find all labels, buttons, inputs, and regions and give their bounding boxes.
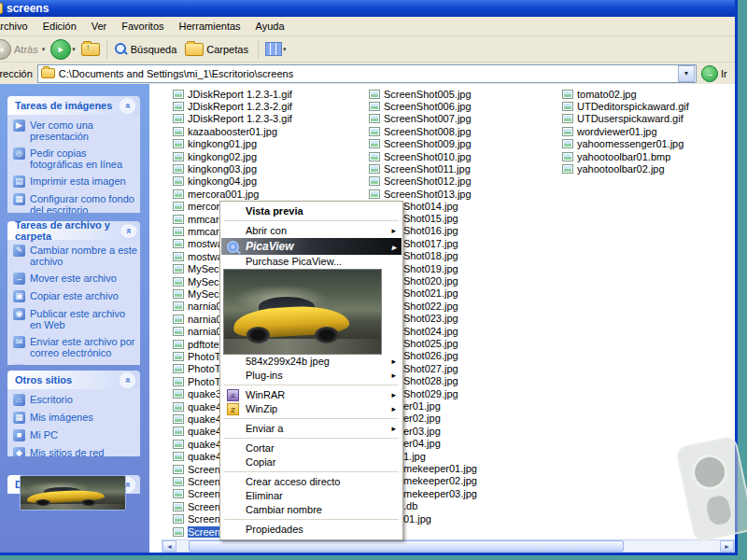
image-file-icon [562,127,573,136]
context-menu-item[interactable]: Plug-ins▸ [221,369,402,383]
file-item[interactable]: wordviewer01.jpg [562,125,657,137]
context-menu-item[interactable]: Enviar a▸ [221,422,402,436]
file-item[interactable]: ScreenShot008.jpg [369,125,472,137]
sidebar-section-header[interactable]: Otros sitios» [7,371,140,389]
forward-button[interactable]: ► ▾ [48,38,78,61]
image-file-icon [173,239,184,248]
sidebar-item[interactable]: ⌂Escritorio [13,394,138,406]
sidebar-item[interactable]: ▦Mis imágenes [13,412,138,424]
file-item[interactable]: yahootoolbar02.jpg [562,162,665,175]
file-name-partial: Shot016.jpg [403,225,458,237]
menubar-item-4[interactable]: Herramientas [172,19,248,34]
file-item[interactable]: kingkong04.jpg [173,175,257,188]
sidebar-section-header[interactable]: Tareas de imágenes» [7,96,140,115]
image-file-icon [173,202,184,211]
file-name-partial: Shot023.jpg [403,313,458,325]
address-path: C:\Documents and Settings\mi_1\Escritori… [59,68,678,79]
context-menu-item[interactable]: Cambiar nombre [221,503,402,517]
menubar-item-3[interactable]: Favoritos [114,19,171,34]
sidebar-item[interactable]: ▶Ver como una presentación [13,119,138,142]
image-file-icon [562,114,573,123]
menubar-item-1[interactable]: Edición [35,19,84,34]
file-item[interactable]: ScreenShot011.jpg [369,162,471,175]
sidebar-item[interactable]: ✎Cambiar nombre a este archivo [13,245,138,267]
sidebar-item[interactable]: ▤Imprimir esta imagen [13,175,138,188]
horizontal-scrollbar[interactable]: ◄ ► [162,539,735,553]
context-menu-item[interactable]: Eliminar [221,489,402,503]
file-item[interactable]: ScreenShot007.jpg [369,113,472,125]
file-item[interactable]: JDiskReport 1.2.3-3.gif [173,113,292,125]
file-item[interactable]: ScreenShot006.jpg [369,100,472,112]
sidebar-item[interactable]: ◆Mis sitios de red [13,447,138,456]
sidebar-item[interactable]: ◉Publicar este archivo en Web [13,308,138,330]
file-item[interactable]: JDiskReport 1.2.3-1.gif [173,88,292,100]
context-menu-item[interactable]: ≡WinRAR▸ [221,388,402,402]
file-item[interactable]: yahootoolbar01.bmp [562,150,670,162]
go-button[interactable]: → Ir [701,65,733,82]
menubar-item-2[interactable]: Ver [84,19,115,34]
file-item[interactable]: mercora001.jpg [173,188,259,200]
scroll-right-button[interactable]: ► [720,540,734,552]
file-item[interactable]: JDiskReport 1.2.3-2.gif [173,100,292,112]
file-name: UTDuserspickaward.gif [577,113,684,124]
sidebar-item[interactable]: ×Eliminar este archivo [13,364,138,365]
file-item[interactable]: ScreenShot009.jpg [369,138,472,150]
context-menu-item[interactable]: Copiar [221,455,402,469]
image-file-icon [562,102,573,111]
winzip-icon: Z [227,403,239,415]
file-item[interactable]: yahoomessenger01.jpg [562,138,684,150]
sidebar-item[interactable]: →Mover este archivo [13,273,138,285]
file-item[interactable]: kingkong01.jpg [173,138,257,150]
context-menu-item[interactable]: Abrir con▸ [221,224,402,238]
file-name-partial: .db [403,500,417,512]
file-name: yahootoolbar02.jpg [577,163,665,175]
image-file-icon [173,414,184,424]
back-button[interactable]: ◄ Atrás ▾ [0,38,48,61]
sidebar-section-header[interactable]: Tareas de archivo y carpeta» [7,221,140,240]
sidebar-item[interactable]: ✉Enviar este archivo por correo electrón… [13,336,138,358]
file-item[interactable]: ScreenShot010.jpg [369,150,472,162]
context-menu-item[interactable]: 584x299x24b jpeg▸ [221,355,402,369]
sidebar-item[interactable]: ■Mi PC [13,429,138,441]
scrollbar-thumb[interactable] [189,540,624,552]
sidebar-item[interactable]: ◎Pedir copias fotográficas en línea [13,147,138,170]
sidebar-item[interactable]: ▦Configurar como fondo del escritorio [13,193,138,213]
file-item[interactable]: UTDeditorspickaward.gif [562,100,689,112]
scrollbar-track[interactable] [176,540,720,552]
file-item[interactable]: kazaabooster01.jpg [173,125,277,137]
search-button[interactable]: Búsqueda [111,41,183,57]
views-button[interactable]: ▾ [262,41,289,57]
context-menu-item[interactable]: Vista previa [221,204,402,218]
chevron-up-icon[interactable]: » [120,98,135,114]
address-dropdown-button[interactable]: ▼ [678,65,695,82]
chevron-up-icon[interactable]: » [121,224,137,237]
menubar-item-5[interactable]: Ayuda [248,19,292,34]
context-menu-item[interactable]: Cortar [221,441,402,455]
titlebar[interactable]: screens [0,0,735,17]
sidebar-item-label: Mis sitios de red [30,447,104,456]
up-button[interactable]: ↑ [78,42,103,57]
menubar-item-0[interactable]: Archivo [0,19,35,34]
sidebar-item[interactable]: ▣Copiar este archivo [13,290,138,302]
file-item[interactable]: ScreenShot012.jpg [369,175,472,188]
context-menu-item[interactable]: ZWinZip▸ [221,402,402,416]
menu-item-label: Plug-ins [246,370,283,381]
context-menu-item[interactable]: Purchase PicaView... [221,255,402,269]
scroll-left-button[interactable]: ◄ [162,540,176,552]
file-item[interactable]: kingkong02.jpg [173,150,257,162]
sidebar-section: Otros sitios»⌂Escritorio▦Mis imágenes■Mi… [7,371,140,456]
file-item[interactable]: tomato02.jpg [562,88,637,100]
file-item[interactable]: UTDuserspickaward.gif [562,113,684,125]
car-preview-art [224,270,381,354]
menu-item-label: Copiar [246,456,275,468]
folders-button[interactable]: Carpetas [182,42,254,57]
context-menu-item[interactable]: Crear acceso directo [221,475,402,489]
file-item[interactable]: kingkong03.jpg [173,162,257,175]
file-item[interactable]: ScreenShot013.jpg [369,188,472,200]
file-item[interactable]: ScreenShot005.jpg [369,88,472,100]
context-menu-item[interactable]: Propiedades [221,523,402,537]
address-input[interactable]: C:\Documents and Settings\mi_1\Escritori… [37,64,697,83]
context-menu-item-picaview[interactable]: PicaView▸ [221,238,402,255]
menu-item-label: Cortar [246,442,275,454]
chevron-up-icon[interactable]: » [120,372,135,388]
